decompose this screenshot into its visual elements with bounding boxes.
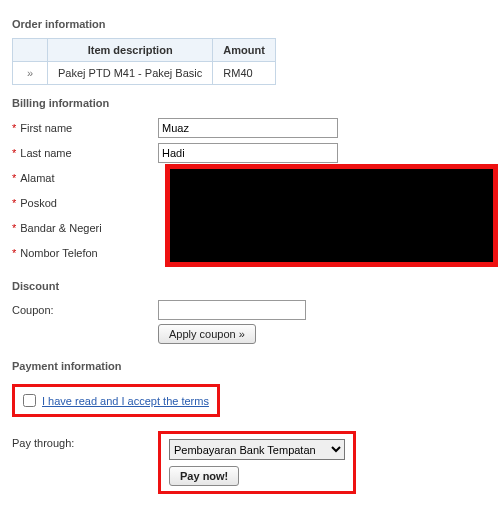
- redacted-block: [165, 164, 498, 267]
- order-info-title: Order information: [12, 18, 489, 30]
- pay-highlight: Pembayaran Bank Tempatan Pay now!: [158, 431, 356, 494]
- phone-label: *Nombor Telefon: [12, 247, 158, 259]
- terms-link[interactable]: I have read and I accept the terms: [42, 395, 209, 407]
- last-name-label: *Last name: [12, 147, 158, 159]
- poskod-label: *Poskod: [12, 197, 158, 209]
- billing-info-title: Billing information: [12, 97, 489, 109]
- pay-now-button[interactable]: Pay now!: [169, 466, 239, 486]
- order-col-arrow: [13, 39, 48, 62]
- first-name-input[interactable]: [158, 118, 338, 138]
- row-item: Pakej PTD M41 - Pakej Basic: [48, 62, 213, 85]
- discount-title: Discount: [12, 280, 489, 292]
- pay-method-select[interactable]: Pembayaran Bank Tempatan: [169, 439, 345, 460]
- pay-through-label: Pay through:: [12, 431, 158, 449]
- order-col-item: Item description: [48, 39, 213, 62]
- terms-highlight: I have read and I accept the terms: [12, 384, 220, 417]
- payment-info-title: Payment information: [12, 360, 489, 372]
- table-row: » Pakej PTD M41 - Pakej Basic RM40: [13, 62, 276, 85]
- row-amount: RM40: [213, 62, 276, 85]
- coupon-input[interactable]: [158, 300, 306, 320]
- order-table: Item description Amount » Pakej PTD M41 …: [12, 38, 276, 85]
- terms-checkbox[interactable]: [23, 394, 36, 407]
- bandar-label: *Bandar & Negeri: [12, 222, 158, 234]
- apply-coupon-button[interactable]: Apply coupon »: [158, 324, 256, 344]
- last-name-input[interactable]: [158, 143, 338, 163]
- coupon-label: Coupon:: [12, 304, 158, 316]
- row-arrow: »: [13, 62, 48, 85]
- order-col-amount: Amount: [213, 39, 276, 62]
- first-name-label: *First name: [12, 122, 158, 134]
- alamat-label: *Alamat: [12, 172, 158, 184]
